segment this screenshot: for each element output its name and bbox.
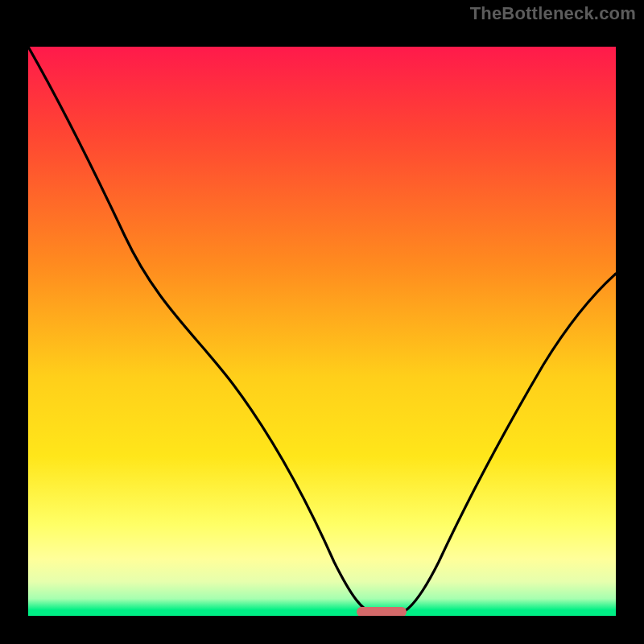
bottleneck-curve-path bbox=[28, 47, 616, 613]
optimal-range-marker bbox=[357, 607, 407, 616]
watermark-text: TheBottleneck.com bbox=[470, 3, 636, 24]
chart-plot-area bbox=[28, 47, 616, 616]
bottleneck-curve bbox=[28, 47, 616, 616]
